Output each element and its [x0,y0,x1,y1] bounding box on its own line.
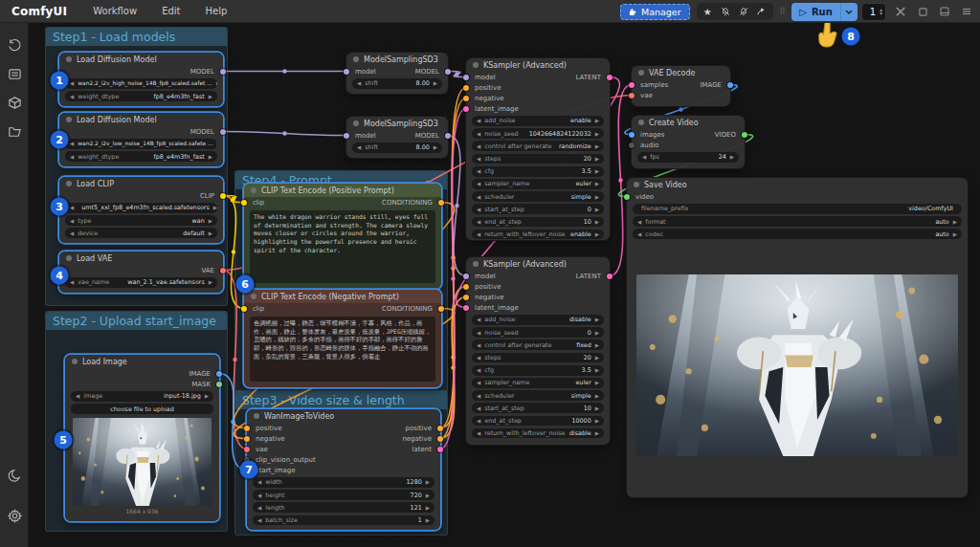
upload-button-widget[interactable]: choose file to upload [71,404,213,414]
increment-arrow-icon[interactable]: ▶ [595,156,599,162]
decrement-arrow-icon[interactable]: ◀ [477,231,480,237]
node-modelsamplingsd3[interactable]: ModelSamplingSD3modelMODEL◀shift8.00▶ [346,53,448,94]
increment-arrow-icon[interactable]: ▶ [595,418,599,424]
collapse-dot-icon[interactable] [473,261,479,267]
node-title-bar[interactable]: CLIP Text Encode (Positive Prompt) [244,184,441,197]
decrement-arrow-icon[interactable]: ◀ [477,118,480,123]
decrement-arrow-icon[interactable]: ◀ [70,94,74,99]
increment-arrow-icon[interactable]: ▶ [595,355,599,361]
widget-noise-seed[interactable]: ◀noise_seed1042664824122032▶ [472,128,604,139]
decrement-arrow-icon[interactable]: ◀ [70,141,74,146]
collapse-dot-icon[interactable] [254,413,259,419]
decrement-arrow-icon[interactable]: ◀ [70,80,74,86]
widget-shift[interactable]: ◀shift8.00▶ [352,78,442,89]
output-port[interactable] [220,129,226,135]
increment-arrow-icon[interactable]: ▶ [953,219,957,225]
node-load-diffusion-model[interactable]: Load Diffusion ModelMODEL◀wan2.2_i2v_low… [59,113,223,166]
increment-arrow-icon[interactable]: ▶ [595,207,599,212]
decrement-arrow-icon[interactable]: ◀ [357,144,361,150]
increment-arrow-icon[interactable]: ▶ [216,80,217,86]
increment-arrow-icon[interactable]: ▶ [595,168,599,174]
widget-scheduler[interactable]: ◀schedulersimple▶ [472,191,604,202]
decrement-arrow-icon[interactable]: ◀ [357,80,361,86]
node-modelsamplingsd3[interactable]: ModelSamplingSD3modelMODEL◀shift8.00▶ [346,117,448,158]
node-ksampler-advanced-[interactable]: KSampler (Advanced)modelLATENTpositivene… [466,257,610,445]
node-save-video[interactable]: Save Videovideofilename_prefixvideo/Comf… [627,178,968,497]
collapse-dot-icon[interactable] [353,120,359,126]
node-title-bar[interactable]: Save Video [627,178,968,191]
widget-format[interactable]: ◀formatauto▶ [633,216,962,227]
node-load-clip[interactable]: Load CLIPCLIP◀clip ..umt5_xxl_fp8_e4m3fn… [59,177,223,243]
output-port[interactable] [220,268,226,274]
decrement-arrow-icon[interactable]: ◀ [257,517,261,523]
increment-arrow-icon[interactable]: ▶ [209,94,212,99]
collapse-dot-icon[interactable] [66,181,72,186]
increment-arrow-icon[interactable]: ▶ [209,279,212,285]
node-title-bar[interactable]: KSampler (Advanced) [466,257,610,271]
node-load-image[interactable]: Load ImageIMAGEMASK◀imageinput-18.jpg▶ch… [65,355,219,521]
increment-arrow-icon[interactable]: ▶ [213,205,217,210]
widget-start-at-step[interactable]: ◀start_at_step10▶ [472,403,604,413]
share-icon[interactable] [754,4,770,19]
decrement-arrow-icon[interactable]: ◀ [70,154,74,160]
input-port[interactable] [629,142,635,148]
increment-arrow-icon[interactable]: ▶ [205,393,209,399]
menu-item-help[interactable]: Help [193,6,240,16]
increment-arrow-icon[interactable]: ▶ [209,218,212,224]
run-button[interactable]: ▷ Run [791,3,840,21]
widget-value[interactable]: ◀wan2.2_i2v_high_noise_14B_fp8_scaled.sa… [65,78,217,89]
prompt-text-widget[interactable]: 色调艳丽，过曝，静态，细节模糊不清，字幕，风格，作品，画作，画面，静止，整体发灰… [250,317,435,382]
node-title-bar[interactable]: Load Diffusion Model [59,113,223,126]
widget-value[interactable]: ◀wan2.2_i2v_low_noise_14B_fp8_scaled.saf… [65,139,217,149]
node-clip-text-encode-negative-prompt-[interactable]: CLIP Text Encode (Negative Prompt)clipCO… [244,290,441,387]
increment-arrow-icon[interactable]: ▶ [595,118,599,123]
increment-arrow-icon[interactable]: ▶ [426,479,430,485]
increment-arrow-icon[interactable]: ▶ [595,367,599,373]
collapse-dot-icon[interactable] [353,56,359,62]
widget-image[interactable]: ◀imageinput-18.jpg▶ [71,391,213,402]
widget-steps[interactable]: ◀steps20▶ [472,353,604,363]
collapse-dot-icon[interactable] [638,120,644,125]
widget-steps[interactable]: ◀steps20▶ [472,154,604,164]
input-port[interactable] [241,200,247,206]
decrement-arrow-icon[interactable]: ◀ [477,219,480,225]
increment-arrow-icon[interactable]: ▶ [434,144,437,150]
widget-batch-size[interactable]: ◀batch_size1▶ [253,515,434,526]
widget-return-with-leftover-noise[interactable]: ◀return_with_leftover_noiseenable▶ [472,230,604,240]
decrement-arrow-icon[interactable]: ◀ [257,505,261,511]
input-port[interactable] [463,96,469,101]
output-port[interactable] [438,200,444,206]
input-port[interactable] [629,132,635,138]
decrement-arrow-icon[interactable]: ◀ [70,205,74,210]
wire-model[interactable] [223,132,346,136]
notifications-slash-icon[interactable] [736,4,752,19]
output-port[interactable] [437,426,443,431]
widget-scheduler[interactable]: ◀schedulersimple▶ [472,390,604,401]
input-port[interactable] [463,274,469,279]
increment-arrow-icon[interactable]: ▶ [595,330,599,336]
widget-control-after-generate[interactable]: ◀control after generaterandomize▶ [472,141,604,151]
input-port[interactable] [463,295,469,300]
decrement-arrow-icon[interactable]: ◀ [477,393,480,399]
node-ksampler-advanced-[interactable]: KSampler (Advanced)modelLATENTpositivene… [466,58,610,240]
decrement-arrow-icon[interactable]: ◀ [477,330,480,336]
node-create-video[interactable]: Create VideoimagesVIDEOaudio◀fps24▶ [632,116,745,168]
bottom-panel-icon[interactable] [937,4,952,19]
widget-start-at-step[interactable]: ◀start_at_step0▶ [472,204,604,214]
input-port[interactable] [344,69,349,75]
output-port[interactable] [216,382,222,387]
wire-model[interactable] [448,136,466,276]
menu-icon[interactable] [959,4,974,19]
input-port[interactable] [463,85,469,91]
menu-item-workflow[interactable]: Workflow [80,6,149,16]
output-port[interactable] [220,69,226,75]
node-title-bar[interactable]: Load Image [65,355,219,368]
increment-arrow-icon[interactable]: ▶ [595,219,599,225]
theme-moon-icon[interactable] [6,467,23,484]
output-port[interactable] [438,306,444,312]
widget-clip-[interactable]: ◀clip ..umt5_xxl_fp8_e4m3fn_scaled.safet… [65,203,217,213]
increment-arrow-icon[interactable]: ▶ [730,154,734,160]
decrement-arrow-icon[interactable]: ◀ [477,405,480,411]
increment-arrow-icon[interactable]: ▶ [595,430,599,436]
collapse-dot-icon[interactable] [634,182,639,187]
